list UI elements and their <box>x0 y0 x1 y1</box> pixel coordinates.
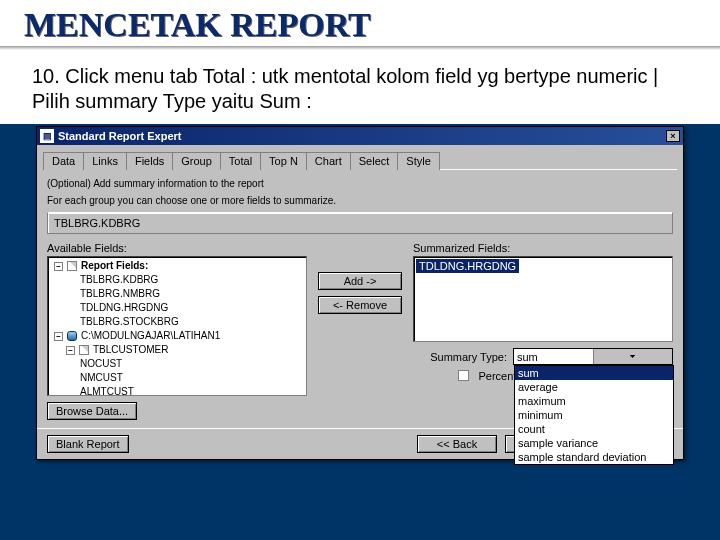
percentage-checkbox[interactable] <box>458 370 469 381</box>
table-name[interactable]: TBLCUSTOMER <box>93 343 168 357</box>
tree-item[interactable]: TBLBRG.KDBRG <box>80 273 158 287</box>
tree-item[interactable]: NMCUST <box>80 371 123 385</box>
tab-links[interactable]: Links <box>83 152 127 170</box>
hint-2: For each group you can choose one or mor… <box>47 195 673 206</box>
tree-item[interactable]: TBLBRG.NMBRG <box>80 287 160 301</box>
group-field-box: TBLBRG.KDBRG <box>47 212 673 234</box>
dialog-window: ▤ Standard Report Expert × Data Links Fi… <box>36 126 684 460</box>
tab-select[interactable]: Select <box>350 152 399 170</box>
dropdown-option[interactable]: sample variance <box>515 436 673 450</box>
summarized-list[interactable]: TDLDNG.HRGDNG <box>413 256 673 342</box>
app-icon: ▤ <box>40 129 54 143</box>
tab-chart[interactable]: Chart <box>306 152 351 170</box>
tab-data[interactable]: Data <box>43 152 84 170</box>
collapse-icon[interactable]: − <box>54 262 63 271</box>
available-label: Available Fields: <box>47 242 307 254</box>
summary-type-combo[interactable]: sum sum average maximum minimum count sa… <box>513 348 673 365</box>
collapse-icon[interactable]: − <box>54 332 63 341</box>
tab-style[interactable]: Style <box>397 152 439 170</box>
remove-button[interactable]: <- Remove <box>318 296 402 314</box>
group-field-value: TBLBRG.KDBRG <box>54 217 140 229</box>
tree-item[interactable]: TDLDNG.HRGDNG <box>80 301 168 315</box>
dialog-body: (Optional) Add summary information to th… <box>37 170 683 428</box>
window-title: Standard Report Expert <box>58 130 664 142</box>
dropdown-option[interactable]: minimum <box>515 408 673 422</box>
summarized-label: Summarized Fields: <box>413 242 673 254</box>
collapse-icon[interactable]: − <box>66 346 75 355</box>
titlebar: ▤ Standard Report Expert × <box>37 127 683 145</box>
dropdown-option[interactable]: sum <box>515 366 673 380</box>
db-path[interactable]: C:\MODULNGAJAR\LATIHAN1 <box>81 329 220 343</box>
tree-item[interactable]: ALMTCUST <box>80 385 134 396</box>
summary-type-label: Summary Type: <box>429 351 507 363</box>
dropdown-option[interactable]: average <box>515 380 673 394</box>
add-button[interactable]: Add -> <box>318 272 402 290</box>
database-icon <box>67 331 77 341</box>
transfer-buttons: Add -> <- Remove <box>315 242 405 420</box>
hint-1: (Optional) Add summary information to th… <box>47 178 673 189</box>
tab-fields[interactable]: Fields <box>126 152 173 170</box>
tree-item[interactable]: NOCUST <box>80 357 122 371</box>
tree-item[interactable]: TBLBRG.STOCKBRG <box>80 315 179 329</box>
report-fields-label: Report Fields: <box>81 259 148 273</box>
close-button[interactable]: × <box>666 130 680 142</box>
columns: Available Fields: −Report Fields: TBLBRG… <box>47 242 673 420</box>
dropdown-option[interactable]: maximum <box>515 394 673 408</box>
available-panel: Available Fields: −Report Fields: TBLBRG… <box>47 242 307 420</box>
dropdown-option[interactable]: sample standard deviation <box>515 450 673 464</box>
instruction-text: 10. Click menu tab Total : utk mentotal … <box>0 50 720 124</box>
back-button[interactable]: << Back <box>417 435 497 453</box>
summary-type-row: Summary Type: sum sum average maximum mi… <box>413 348 673 365</box>
combo-value: sum <box>514 351 593 363</box>
blank-report-button[interactable]: Blank Report <box>47 435 129 453</box>
table-icon <box>79 345 89 355</box>
slide-title: MENCETAK REPORT <box>0 0 720 46</box>
chevron-down-icon[interactable] <box>593 349 673 364</box>
dropdown-option[interactable]: count <box>515 422 673 436</box>
tab-group[interactable]: Group <box>172 152 221 170</box>
tab-top-n[interactable]: Top N <box>260 152 307 170</box>
report-fields-icon <box>67 261 77 271</box>
summarized-selected-item[interactable]: TDLDNG.HRGDNG <box>416 259 519 273</box>
available-tree[interactable]: −Report Fields: TBLBRG.KDBRG TBLBRG.NMBR… <box>47 256 307 396</box>
browse-data-button[interactable]: Browse Data... <box>47 402 137 420</box>
summarized-panel: Summarized Fields: TDLDNG.HRGDNG Summary… <box>413 242 673 420</box>
summary-type-dropdown[interactable]: sum average maximum minimum count sample… <box>514 365 674 465</box>
tab-total[interactable]: Total <box>220 152 261 170</box>
tabstrip: Data Links Fields Group Total Top N Char… <box>43 151 677 170</box>
